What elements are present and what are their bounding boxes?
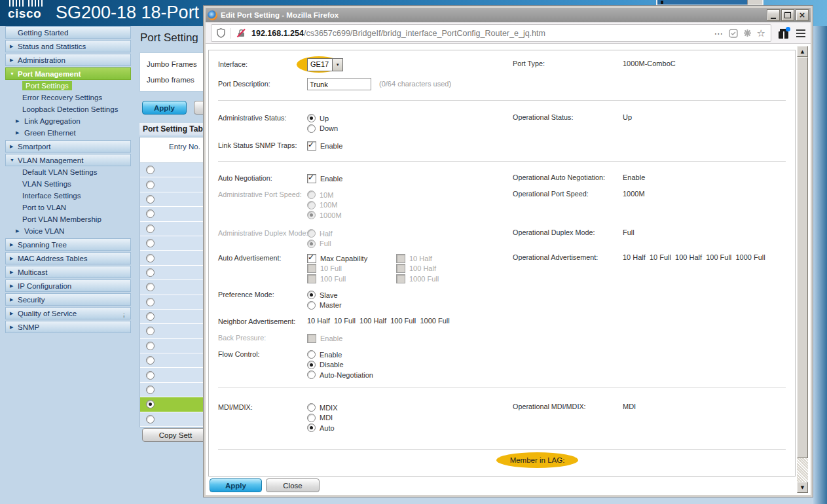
row-select-radio[interactable]	[146, 400, 155, 408]
row-select-radio[interactable]	[146, 225, 155, 233]
interface-value: GE17	[308, 59, 332, 71]
row-select-radio[interactable]	[146, 312, 155, 321]
checkbox-max-capability[interactable]: ✓	[307, 254, 316, 263]
sidebar-item-label: Port Settings	[22, 81, 72, 90]
radio-speed-100m	[307, 201, 316, 209]
sidebar-item-voice-vlan[interactable]: ▶Voice VLAN	[5, 225, 131, 237]
row-select-radio[interactable]	[146, 415, 155, 423]
sidebar-item-port-management[interactable]: ▼Port Management	[5, 67, 131, 80]
radio-mdi-auto[interactable]	[307, 423, 316, 432]
maximize-button[interactable]	[781, 9, 794, 21]
row-select-radio[interactable]	[146, 371, 155, 380]
row-select-radio[interactable]	[146, 181, 155, 189]
checkbox-auto-negotiation[interactable]: ✓	[307, 174, 316, 183]
sidebar-item-label: Status and Statistics	[18, 43, 86, 50]
row-select-radio[interactable]	[146, 209, 155, 218]
sidebar-item-security[interactable]: ▶Security	[5, 293, 131, 306]
administrative-status-label: Administrative Status:	[218, 113, 307, 134]
sidebar-item-vlan-settings[interactable]: VLAN Settings	[5, 178, 131, 190]
sidebar-item-status-and-statistics[interactable]: ▶Status and Statistics	[5, 40, 131, 52]
radio-flow-disable[interactable]	[307, 361, 316, 369]
sidebar-item-multicast[interactable]: ▶Multicast	[5, 266, 131, 278]
sidebar-item-snmp[interactable]: ▶SNMP	[5, 321, 131, 333]
apply-button-background[interactable]: Apply	[142, 101, 187, 115]
row-select-radio[interactable]	[146, 283, 155, 291]
sidebar-item-link-aggregation[interactable]: ▶Link Aggregation	[5, 115, 131, 127]
sidebar-item-green-ethernet[interactable]: ▶Green Ethernet	[5, 127, 131, 139]
row-select-radio[interactable]	[146, 342, 155, 350]
field-operational-mdi-mdix: Operational MDI/MDIX: MDI	[513, 403, 636, 410]
radio-flow-enable[interactable]	[307, 350, 316, 359]
url-text[interactable]: 192.168.1.254/cs3657c699/BridgeIf/bridg_…	[251, 29, 709, 38]
sidebar-item-loopback-detection-settings[interactable]: Loopback Detection Settings	[5, 103, 131, 115]
row-select-radio[interactable]	[146, 356, 155, 365]
field-back-pressure: Back Pressure: Enable	[218, 333, 342, 344]
radio-mdix[interactable]	[307, 403, 316, 412]
url-bar[interactable]: 192.168.1.254/cs3657c699/BridgeIf/bridg_…	[211, 24, 771, 42]
sidebar-item-label: Smartport	[18, 143, 51, 151]
checkbox-snmp-traps[interactable]: ✓	[307, 141, 316, 151]
search-cursor	[661, 1, 663, 4]
scroll-down-button[interactable]: ▼	[797, 482, 808, 493]
search-dropdown-button[interactable]	[747, 0, 762, 5]
sidebar-item-error-recovery-settings[interactable]: Error Recovery Settings	[5, 92, 131, 103]
sidebar-item-default-vlan-settings[interactable]: Default VLAN Settings	[5, 166, 131, 178]
sidebar-resize-grip[interactable]: ⁞	[123, 313, 124, 319]
gift-extension-icon[interactable]	[779, 28, 789, 39]
radio-admin-status-down[interactable]	[307, 124, 316, 133]
row-select-radio[interactable]	[146, 195, 155, 204]
radio-admin-status-up[interactable]	[307, 114, 316, 122]
sidebar-item-vlan-management[interactable]: ▼VLAN Management	[5, 154, 131, 166]
window-titlebar[interactable]: Edit Port Setting - Mozilla Firefox ×	[206, 8, 811, 22]
row-select-radio[interactable]	[146, 239, 155, 247]
close-button[interactable]: ×	[796, 9, 809, 21]
scrollbar-thumb[interactable]	[797, 57, 808, 458]
vertical-scrollbar[interactable]: ▲ ▼	[797, 46, 808, 493]
radio-preference-master[interactable]	[307, 301, 316, 310]
sidebar-item-interface-settings[interactable]: Interface Settings	[5, 190, 131, 202]
sidebar-item-quality-of-service[interactable]: ▶Quality of Service	[5, 307, 131, 319]
sidebar-item-port-vlan-membership[interactable]: Port VLAN Membership	[5, 213, 131, 225]
row-select-radio[interactable]	[146, 254, 155, 262]
port-description-input[interactable]	[307, 78, 371, 90]
minimize-button[interactable]	[767, 9, 780, 21]
extension-icon[interactable]	[743, 29, 752, 37]
option-label: 100M	[320, 201, 338, 209]
sidebar-item-spanning-tree[interactable]: ▶Spanning Tree	[5, 238, 131, 251]
sidebar-item-port-settings[interactable]: Port Settings	[5, 80, 131, 92]
field-operational-auto-negotiation: Operational Auto Negotiation: Enable	[513, 173, 645, 181]
row-select-radio[interactable]	[146, 298, 155, 306]
navigation-toolbar: 192.168.1.254/cs3657c699/BridgeIf/bridg_…	[206, 22, 811, 44]
bookmark-star-icon[interactable]: ☆	[757, 27, 765, 39]
row-select-radio[interactable]	[146, 327, 155, 335]
sidebar-item-ip-configuration[interactable]: ▶IP Configuration	[5, 279, 131, 292]
row-select-radio[interactable]	[146, 386, 155, 394]
field-port-description: Port Description: (0/64 characters used)	[218, 79, 451, 90]
sidebar-item-port-to-vlan[interactable]: Port to VLAN	[5, 202, 131, 213]
copy-settings-button[interactable]: Copy Sett	[142, 428, 209, 442]
radio-speed-10m	[307, 190, 316, 199]
page-actions-icon[interactable]: ⋯	[714, 28, 724, 39]
shield-check-icon[interactable]	[729, 29, 738, 38]
sidebar-item-getting-started[interactable]: Getting Started	[5, 26, 131, 39]
checkbox-100-half	[396, 264, 405, 273]
menu-hamburger-icon[interactable]	[796, 29, 805, 37]
sidebar-item-mac-address-tables[interactable]: ▶MAC Address Tables	[5, 252, 131, 264]
radio-preference-slave[interactable]	[307, 291, 316, 299]
radio-mdi[interactable]	[307, 414, 316, 422]
row-select-radio[interactable]	[146, 166, 155, 174]
interface-select[interactable]: GE17 ▼	[307, 58, 343, 71]
minimize-icon	[771, 18, 776, 19]
close-dialog-button[interactable]: Close	[266, 478, 320, 492]
sidebar-item-administration[interactable]: ▶Administration	[5, 54, 131, 66]
field-interface: Interface: GE17 ▼	[218, 60, 343, 71]
tracking-protection-shield-icon[interactable]	[217, 28, 225, 38]
sidebar-item-smartport[interactable]: ▶Smartport	[5, 140, 131, 153]
radio-flow-auto-negotiation[interactable]	[307, 370, 316, 379]
row-select-radio[interactable]	[146, 268, 155, 277]
select-dropdown-icon[interactable]: ▼	[332, 59, 342, 71]
apply-button[interactable]: Apply	[210, 478, 262, 492]
checkbox-10-full	[307, 264, 316, 273]
scroll-up-button[interactable]: ▲	[797, 46, 808, 57]
insecure-lock-icon[interactable]	[236, 28, 246, 38]
